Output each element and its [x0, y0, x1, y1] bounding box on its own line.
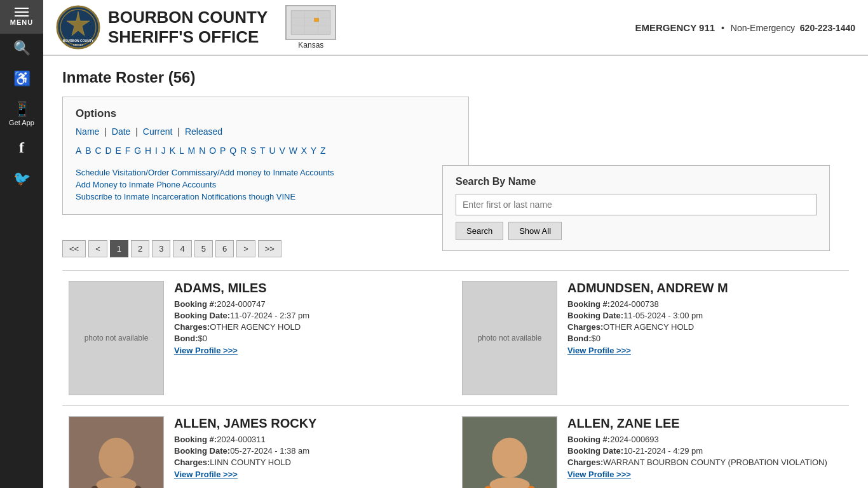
svg-text:BOURBON COUNTY: BOURBON COUNTY: [63, 39, 94, 43]
main-content: Inmate Roster (56) Options Name | Date |…: [43, 56, 868, 488]
menu-button[interactable]: MENU: [0, 0, 43, 34]
alpha-link-A[interactable]: A: [76, 146, 81, 156]
alpha-link-V[interactable]: V: [279, 146, 285, 156]
page-btn-6[interactable]: 6: [215, 240, 234, 257]
alpha-link-P[interactable]: P: [220, 146, 226, 156]
svg-point-13: [98, 438, 133, 478]
sidebar-twitter[interactable]: 🐦: [0, 164, 43, 194]
extra-link[interactable]: Add Money to Inmate Phone Accounts: [76, 180, 456, 189]
inmate-name-4: ALLEN, ZANE LEE: [567, 416, 827, 431]
inmate-card-2: photo not available ADMUNDSEN, ANDREW M …: [456, 281, 849, 395]
inmate-info-1: ADAMS, MILES Booking #:2024-000747 Booki…: [174, 281, 309, 355]
inmate-info-2: ADMUNDSEN, ANDREW M Booking #:2024-00073…: [567, 281, 728, 355]
alpha-link-D[interactable]: D: [105, 146, 111, 156]
search-button[interactable]: Search: [456, 222, 503, 240]
sidebar-getapp[interactable]: 📱 Get App: [0, 95, 43, 133]
inmate-card-3: ALLEN, JAMES ROCKY Booking #:2024-000311…: [62, 416, 456, 488]
alpha-link-G[interactable]: G: [134, 146, 141, 156]
phone-icon: 📱: [13, 101, 31, 118]
page-btn-2[interactable]: 2: [131, 240, 149, 257]
alpha-link-L[interactable]: L: [179, 146, 184, 156]
view-profile-link-4[interactable]: View Profile >>>: [567, 470, 631, 479]
page-btn-5[interactable]: 5: [194, 240, 213, 257]
extra-link[interactable]: Schedule Visitation/Order Commissary/Add…: [76, 168, 456, 177]
alpha-link-K[interactable]: K: [170, 146, 175, 156]
alpha-link-B[interactable]: B: [85, 146, 91, 156]
date-link[interactable]: Date: [112, 126, 131, 137]
extra-link[interactable]: Subscribe to Inmate Incarceration Notifi…: [76, 192, 456, 201]
inmate-info-4: ALLEN, ZANE LEE Booking #:2024-000693 Bo…: [567, 416, 827, 479]
alpha-link-C[interactable]: C: [95, 146, 101, 156]
page-btn-3[interactable]: 3: [152, 240, 170, 257]
search-buttons: Search Show All: [456, 222, 817, 240]
view-profile-link-2[interactable]: View Profile >>>: [567, 346, 631, 355]
sidebar-search[interactable]: 🔍: [0, 34, 43, 64]
alpha-link-O[interactable]: O: [209, 146, 216, 156]
page-btn->>[interactable]: >>: [258, 240, 281, 257]
inmate-card-4: ALLEN, ZANE LEE Booking #:2024-000693 Bo…: [456, 416, 849, 488]
name-link[interactable]: Name: [76, 126, 99, 137]
map-label: Kansas: [298, 41, 323, 50]
sidebar-facebook[interactable]: f: [0, 133, 43, 164]
header: BOURBON COUNTY KANSAS BOURBON COUNTY SHE…: [43, 0, 868, 56]
inmate-name-3: ALLEN, JAMES ROCKY: [174, 416, 316, 431]
page-title: Inmate Roster (56): [62, 69, 849, 86]
alpha-link-M[interactable]: M: [188, 146, 196, 156]
alpha-link-I[interactable]: I: [155, 146, 158, 156]
inmate-card: photo not available ADAMS, MILES Booking…: [62, 281, 456, 395]
inmate-row: photo not available ADAMS, MILES Booking…: [62, 270, 849, 405]
page-btn-<[interactable]: <: [88, 240, 107, 257]
released-link[interactable]: Released: [185, 126, 222, 137]
separator: •: [721, 23, 724, 33]
page-btn-4[interactable]: 4: [173, 240, 191, 257]
sidebar: MENU 🔍 ♿ 📱 Get App f 🐦: [0, 0, 43, 488]
page-btn-1[interactable]: 1: [110, 240, 128, 257]
alpha-link-Q[interactable]: Q: [229, 146, 236, 156]
alpha-link-Z[interactable]: Z: [320, 146, 326, 156]
alpha-link-R[interactable]: R: [240, 146, 247, 156]
options-heading: Options: [76, 107, 456, 120]
header-right: EMERGENCY 911 • Non-Emergency 620-223-14…: [635, 22, 855, 33]
inmate-photo-3: [69, 416, 164, 488]
page-btn->[interactable]: >: [236, 240, 255, 257]
inmate-name-2: ADMUNDSEN, ANDREW M: [567, 281, 728, 295]
search-title: Search By Name: [456, 176, 817, 187]
alpha-link-T[interactable]: T: [260, 146, 266, 156]
twitter-icon: 🐦: [13, 170, 31, 187]
search-icon: 🔍: [13, 40, 31, 57]
menu-label: MENU: [10, 18, 33, 26]
accessibility-icon: ♿: [13, 71, 31, 87]
view-profile-link-1[interactable]: View Profile >>>: [174, 346, 238, 355]
alpha-link-U[interactable]: U: [269, 146, 275, 156]
inmate-name: ADAMS, MILES: [174, 281, 309, 295]
extra-links: Schedule Visitation/Order Commissary/Add…: [76, 168, 456, 201]
page-btn-<<[interactable]: <<: [62, 240, 86, 257]
inmate-photo-2: photo not available: [462, 281, 557, 395]
alpha-link-J[interactable]: J: [161, 146, 166, 156]
inmate-photo-1: photo not available: [69, 281, 164, 395]
alpha-link-S[interactable]: S: [250, 146, 256, 156]
alpha-link-Y[interactable]: Y: [311, 146, 316, 156]
alpha-links: A B C D E F G H I J K L M N O P Q R S T …: [76, 143, 456, 159]
svg-marker-6: [292, 11, 331, 35]
facebook-icon: f: [19, 139, 24, 156]
view-profile-link-3[interactable]: View Profile >>>: [174, 470, 238, 479]
sheriff-logo: BOURBON COUNTY KANSAS: [56, 5, 100, 50]
svg-text:KANSAS: KANSAS: [73, 43, 84, 46]
alpha-link-W[interactable]: W: [289, 146, 297, 156]
header-map: Kansas: [285, 5, 336, 50]
search-box: Search By Name Search Show All: [442, 165, 830, 251]
show-all-button[interactable]: Show All: [508, 222, 562, 240]
alpha-link-E[interactable]: E: [116, 146, 121, 156]
search-input[interactable]: [456, 194, 817, 215]
alpha-link-X[interactable]: X: [301, 146, 307, 156]
options-box: Options Name | Date | Current | Released…: [62, 97, 469, 215]
alpha-link-H[interactable]: H: [145, 146, 151, 156]
inmate-row-2: ALLEN, JAMES ROCKY Booking #:2024-000311…: [62, 405, 849, 488]
current-link[interactable]: Current: [143, 126, 173, 137]
sidebar-accessibility[interactable]: ♿: [0, 64, 43, 95]
options-links: Name | Date | Current | Released: [76, 126, 456, 137]
alpha-link-F[interactable]: F: [125, 146, 131, 156]
alpha-link-N[interactable]: N: [199, 146, 205, 156]
header-left: BOURBON COUNTY KANSAS BOURBON COUNTY SHE…: [56, 5, 336, 50]
